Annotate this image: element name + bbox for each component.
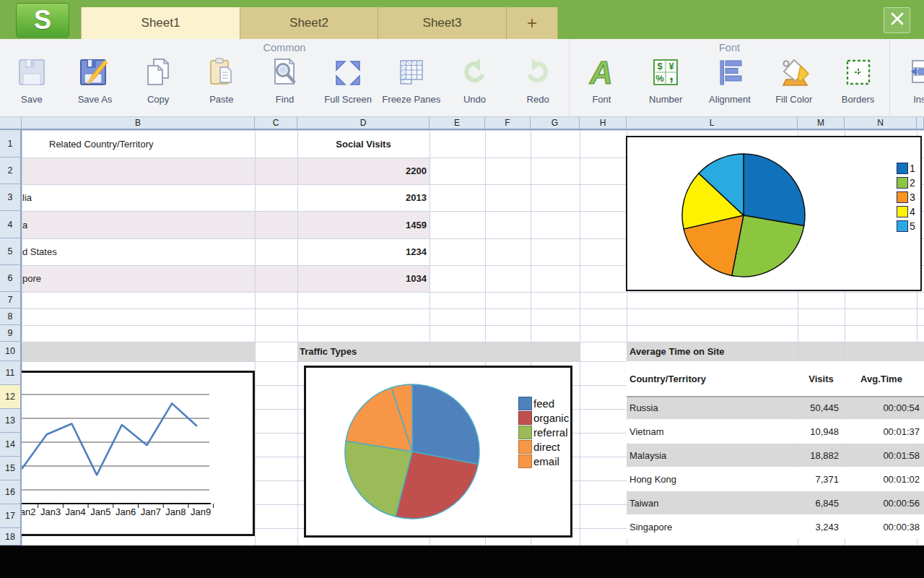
legend-item: email — [518, 454, 572, 468]
toolbar-button-redo[interactable]: Redo — [506, 56, 570, 114]
svg-text:%: % — [655, 73, 664, 84]
site-table-avgtime[interactable]: 00:00:56 — [845, 491, 920, 514]
site-table-visits[interactable]: 10,948 — [722, 420, 839, 443]
find-icon — [267, 56, 302, 91]
tab-sheet2[interactable]: Sheet2 — [240, 7, 378, 39]
site-table-header-country[interactable]: Country/Territory — [629, 361, 796, 396]
row-header-12[interactable]: 12 — [0, 385, 22, 409]
gridline-v — [580, 117, 580, 545]
row-header-18[interactable]: 18 — [0, 528, 22, 545]
social-visits-pie-chart[interactable]: 12345 — [626, 136, 922, 291]
toolbar-button-insert[interactable]: Insert — [890, 56, 924, 114]
site-table-avgtime[interactable]: 00:01:02 — [845, 467, 920, 491]
toolbar-button-full-screen[interactable]: Full Screen — [316, 56, 380, 114]
toolbar-button-save-as[interactable]: Save As — [64, 56, 127, 114]
toolbar-button-font[interactable]: AFont — [570, 56, 634, 114]
close-button[interactable] — [884, 7, 910, 33]
site-table-visits[interactable]: 3,243 — [722, 515, 839, 538]
toolbar-button-number[interactable]: $¥%,Number — [634, 56, 698, 114]
site-table-avgtime[interactable]: 00:00:54 — [845, 396, 920, 419]
row-header-3[interactable]: 3 — [0, 184, 22, 211]
col-header-N[interactable]: N — [845, 117, 917, 130]
col-header-L[interactable]: L — [627, 117, 798, 130]
daily-visits-line-chart[interactable]: Jan2Jan3Jan4Jan5Jan6Jan7Jan8Jan9 — [22, 371, 255, 536]
toolbar-button-freeze-panes[interactable]: Freeze Panes — [380, 56, 443, 114]
cell-social-visits-value[interactable]: 1234 — [297, 238, 427, 265]
cell-country-fragment[interactable]: a — [22, 211, 109, 238]
number-icon: $¥%, — [648, 56, 683, 91]
average-time-label[interactable]: Average Time on Site — [629, 342, 846, 361]
site-table-header-avgtime[interactable]: Avg.Time — [845, 361, 918, 396]
toolbar-button-copy[interactable]: Copy — [126, 56, 190, 114]
row-header-15[interactable]: 15 — [0, 457, 22, 480]
legend-label: direct — [533, 441, 560, 453]
legend-item: 1 — [897, 161, 922, 176]
traffic-types-label[interactable]: Traffic Types — [300, 342, 516, 361]
line-series — [22, 403, 197, 475]
x-tick-label: Jan6 — [113, 506, 139, 517]
row-header-10[interactable]: 10 — [0, 342, 22, 361]
tab-sheet1[interactable]: Sheet1 — [81, 7, 240, 39]
tab-sheet3[interactable]: Sheet3 — [378, 7, 507, 39]
row-header-7[interactable]: 7 — [0, 292, 22, 309]
row-header-16[interactable]: 16 — [0, 480, 22, 504]
col-header-D[interactable]: D — [297, 117, 430, 130]
site-table-visits[interactable]: 50,445 — [722, 396, 839, 419]
col-header-H[interactable]: H — [580, 117, 627, 130]
toolbar-button-borders[interactable]: Borders — [826, 56, 890, 114]
legend-label: 3 — [910, 191, 915, 203]
traffic-types-pie-chart[interactable]: feedorganicreferraldirectemail — [304, 366, 572, 538]
col-header-F[interactable]: F — [485, 117, 531, 130]
site-table-visits[interactable]: 6,845 — [722, 491, 839, 514]
legend-item: feed — [518, 396, 572, 410]
col-header-G[interactable]: G — [531, 117, 580, 130]
toolbar-button-save[interactable]: Save — [0, 56, 64, 114]
cell-social-visits-header[interactable]: Social Visits — [297, 130, 430, 158]
row-header-17[interactable]: 17 — [0, 504, 22, 528]
row-header-11[interactable]: 11 — [0, 361, 22, 385]
cell-social-visits-value[interactable]: 1459 — [297, 211, 427, 238]
site-table-visits[interactable]: 7,371 — [722, 467, 839, 491]
app-logo[interactable]: S — [16, 3, 69, 38]
row-header-1[interactable]: 1 — [0, 130, 22, 158]
cell-country-fragment[interactable]: lia — [22, 184, 109, 211]
spreadsheet-area[interactable]: Related Country/TerritorySocial Visits22… — [0, 117, 924, 545]
cell-related-country-territory[interactable]: Related Country/Territory — [49, 130, 251, 158]
site-table-avgtime[interactable]: 00:01:37 — [845, 420, 920, 443]
row-header-14[interactable]: 14 — [0, 433, 22, 457]
col-header-B[interactable]: B — [22, 117, 255, 130]
copy-icon — [141, 56, 175, 91]
col-header-corner[interactable] — [917, 117, 924, 130]
paste-icon — [204, 56, 239, 91]
cell-social-visits-value[interactable]: 2200 — [297, 158, 427, 184]
site-table-avgtime[interactable]: 00:00:38 — [845, 515, 920, 538]
row-header-8[interactable]: 8 — [0, 309, 22, 325]
site-table-avgtime[interactable]: 00:01:58 — [845, 444, 920, 467]
toolbar-button-undo[interactable]: Undo — [443, 56, 507, 114]
toolbar-button-alignment[interactable]: Alignment — [698, 56, 762, 114]
toolbar-button-find[interactable]: Find — [253, 56, 317, 114]
legend-swatch — [897, 220, 908, 232]
col-header-corner[interactable] — [0, 117, 22, 130]
legend-label: 1 — [910, 163, 915, 174]
row-header-6[interactable]: 6 — [0, 265, 22, 292]
site-table-header-visits[interactable]: Visits — [798, 361, 845, 396]
freeze-panes-icon — [394, 56, 429, 91]
cell-social-visits-value[interactable]: 2013 — [297, 184, 427, 211]
cell-social-visits-value[interactable]: 1034 — [297, 265, 427, 292]
row-header-13[interactable]: 13 — [0, 409, 22, 433]
add-sheet-button[interactable]: + — [507, 7, 558, 39]
legend-swatch — [897, 163, 908, 174]
toolbar-button-fill-color[interactable]: Fill Color — [762, 56, 826, 114]
col-header-E[interactable]: E — [430, 117, 485, 130]
toolbar-button-paste[interactable]: Paste — [190, 56, 253, 114]
row-header-5[interactable]: 5 — [0, 238, 22, 265]
col-header-C[interactable]: C — [255, 117, 297, 130]
cell-country-fragment[interactable]: pore — [22, 265, 109, 292]
cell-country-fragment[interactable]: d States — [22, 238, 109, 265]
site-table-visits[interactable]: 18,882 — [722, 444, 839, 467]
row-header-4[interactable]: 4 — [0, 211, 22, 238]
row-header-2[interactable]: 2 — [0, 158, 22, 184]
row-header-9[interactable]: 9 — [0, 325, 22, 342]
col-header-M[interactable]: M — [798, 117, 845, 130]
